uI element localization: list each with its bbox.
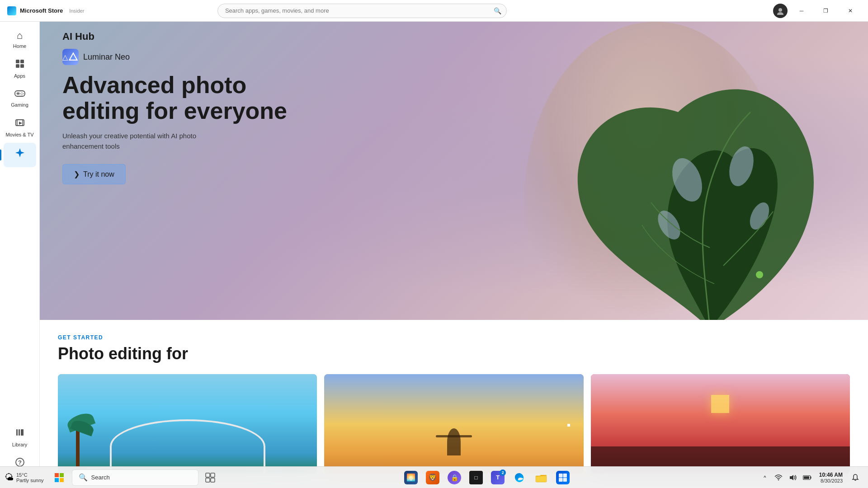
taskbar-right: ^	[754, 468, 868, 488]
volume-button[interactable]	[787, 468, 799, 488]
taskview-icon	[205, 473, 215, 483]
battery-icon	[803, 475, 812, 480]
restore-button[interactable]: ❐	[816, 4, 836, 18]
headline-line1: Advanced photo	[62, 72, 246, 98]
app-name: Luminar Neo	[83, 52, 130, 62]
avatar[interactable]	[773, 4, 788, 18]
insider-badge: Insider	[69, 8, 84, 14]
titlebar: Microsoft Store Insider 🔍 ─ ❐ ✕	[0, 0, 868, 22]
sidebar-item-gaming[interactable]: Gaming	[4, 84, 36, 112]
weather-info: 15°C Partly sunny	[16, 472, 44, 483]
weather-desc: Partly sunny	[16, 478, 44, 483]
cta-arrow: ❯	[74, 170, 80, 178]
try-it-now-button[interactable]: ❯ Try it now	[62, 164, 126, 184]
taskbar-app-explorer[interactable]	[531, 468, 551, 488]
weather-app-icon: 🌅	[404, 471, 418, 484]
taskbar-app-brave[interactable]: 🦁	[423, 468, 443, 488]
show-hidden-button[interactable]: ^	[760, 468, 770, 488]
svg-rect-39	[559, 474, 563, 478]
svg-rect-29	[55, 473, 59, 477]
photo-cards	[58, 374, 850, 474]
sidebar-item-apps[interactable]: Apps	[4, 54, 36, 83]
svg-rect-33	[206, 473, 210, 477]
taskbar: 🌤 15°C Partly sunny 🔍 Search 🌅	[0, 466, 868, 488]
taskview-button[interactable]	[200, 468, 220, 488]
start-button[interactable]	[48, 467, 70, 488]
svg-rect-40	[563, 474, 567, 478]
notification-icon	[851, 474, 859, 482]
svg-rect-19	[21, 429, 24, 436]
sidebar: ⌂ Home Apps	[0, 22, 40, 488]
taskbar-app-edge[interactable]	[509, 468, 529, 488]
svg-marker-43	[790, 475, 793, 480]
hero-content: Luminar Neo Advanced photo editing for e…	[62, 49, 454, 184]
taskbar-app-vpn[interactable]: 🔒	[444, 468, 464, 488]
volume-icon	[789, 474, 797, 481]
taskbar-search-icon: 🔍	[79, 473, 88, 482]
svg-marker-14	[19, 122, 22, 125]
titlebar-actions: ─ ❐ ✕	[773, 4, 861, 18]
search-bar[interactable]: 🔍	[217, 4, 507, 18]
photo-card-1[interactable]	[58, 374, 317, 474]
store-logo-icon	[7, 6, 16, 15]
headline-line2: editing for everyone	[62, 98, 287, 124]
start-icon	[55, 473, 64, 482]
taskbar-app-weather[interactable]: 🌅	[401, 468, 421, 488]
get-started-tag: GET STARTED	[58, 334, 850, 341]
taskbar-search[interactable]: 🔍 Search	[72, 469, 198, 486]
taskbar-apps: 🌅 🦁 🔒 □ T 2	[220, 468, 754, 488]
weather-temp: 15°C	[16, 472, 44, 478]
notification-button[interactable]	[848, 470, 863, 485]
sidebar-item-label: Movies & TV	[5, 132, 33, 137]
ai-icon	[14, 147, 25, 161]
svg-rect-42	[563, 478, 567, 482]
sidebar-item-label: Gaming	[11, 102, 28, 108]
close-button[interactable]: ✕	[840, 4, 861, 18]
apps-icon	[15, 59, 25, 71]
svg-point-9	[21, 93, 22, 94]
wifi-icon	[774, 474, 783, 481]
cta-label: Try it now	[83, 170, 114, 178]
get-started-headline: Photo editing for	[58, 344, 850, 363]
sidebar-item-library[interactable]: Library	[4, 423, 36, 452]
search-icon: 🔍	[494, 7, 501, 14]
svg-rect-18	[19, 429, 20, 436]
svg-point-12	[20, 94, 21, 94]
wifi-button[interactable]	[772, 468, 785, 488]
explorer-icon	[534, 471, 548, 484]
sidebar-library-label: Library	[12, 442, 28, 447]
svg-rect-45	[804, 476, 809, 479]
search-input[interactable]	[217, 4, 507, 18]
photo-card-3[interactable]	[591, 374, 850, 474]
content-area: AI Hub Luminar Neo Advanced photo	[40, 22, 868, 488]
svg-rect-34	[211, 473, 215, 477]
svg-rect-32	[60, 478, 64, 482]
vpn-icon: 🔒	[448, 471, 461, 484]
taskbar-app-store[interactable]	[553, 468, 573, 488]
taskbar-weather[interactable]: 🌤 15°C Partly sunny	[0, 470, 48, 485]
taskbar-clock[interactable]: 10:46 AM 8/30/2023	[816, 470, 846, 485]
ai-hub-title: AI Hub	[62, 31, 94, 42]
taskbar-app-teams[interactable]: T 2	[488, 468, 508, 488]
sidebar-item-label: Apps	[14, 73, 25, 79]
workspace-icon: □	[469, 471, 483, 484]
sidebar-item-movies[interactable]: Movies & TV	[4, 113, 36, 142]
svg-rect-31	[55, 478, 59, 482]
svg-text:?: ?	[18, 459, 22, 466]
svg-point-10	[23, 94, 24, 94]
photo-card-2[interactable]	[324, 374, 583, 474]
hero-subtext: Unleash your creative potential with AI …	[62, 131, 454, 151]
sidebar-item-home[interactable]: ⌂ Home	[4, 25, 36, 53]
sidebar-item-ai[interactable]	[4, 143, 36, 167]
battery-button[interactable]	[801, 468, 814, 488]
store-icon	[556, 471, 570, 484]
minimize-button[interactable]: ─	[791, 4, 812, 18]
hero-banner: AI Hub Luminar Neo Advanced photo	[40, 22, 868, 320]
svg-rect-37	[536, 476, 547, 482]
hero-headline: Advanced photo editing for everyone	[62, 72, 454, 124]
chevron-up-icon: ^	[764, 475, 766, 480]
taskbar-app-workspace[interactable]: □	[466, 468, 486, 488]
taskbar-search-label: Search	[91, 474, 110, 481]
home-icon: ⌂	[17, 30, 23, 42]
app-title: Microsoft Store	[20, 7, 63, 14]
